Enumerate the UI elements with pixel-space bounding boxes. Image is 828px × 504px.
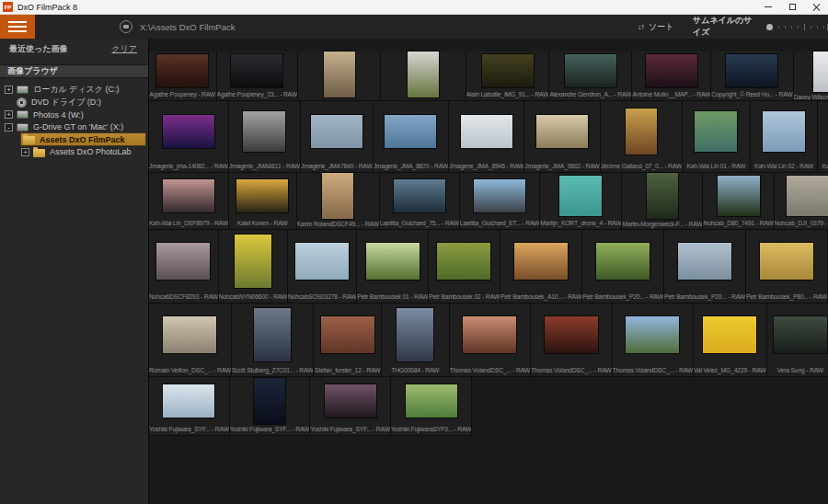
thumbnail-image[interactable] [163, 179, 214, 212]
image-cell[interactable]: Jmagerie_JMA_8870 - RAW [374, 101, 449, 173]
thumbnail-image[interactable] [236, 179, 288, 212]
thumbnail-image[interactable] [322, 173, 353, 219]
tree-item-dvd-drive-d[interactable]: DVD ドライブ (D:) [0, 97, 148, 109]
image-cell[interactable]: Romain Veillon_DSC_... - RAW [149, 304, 232, 377]
image-cell[interactable]: Jmagerie_JMA7840 - RAW [301, 101, 374, 173]
thumbnail-image[interactable] [646, 54, 697, 87]
image-cell[interactable]: Petr Bambousek_P20... - RAW [664, 230, 746, 304]
thumbnail-image[interactable] [565, 54, 616, 87]
thumbnail-image[interactable] [254, 308, 291, 361]
tree-item-local-disk-c[interactable]: + ローカル ディスク (C:) [0, 84, 148, 97]
image-cell[interactable]: Agathe Poupeney - RAW [149, 52, 217, 101]
maximize-button[interactable] [780, 0, 804, 14]
image-cell[interactable]: Jmagerie_JMA_8946 - RAW [449, 101, 524, 173]
tree-item-assets-dxo-photolab[interactable]: + Assets DxO PhotoLab [0, 146, 148, 159]
image-cell[interactable]: Antoine Mutin__MAP... - RAW [632, 52, 711, 101]
image-cell[interactable]: Yoshiki Fujiwara_SYF... - RAW [230, 377, 311, 436]
thumbnail-image[interactable] [366, 243, 420, 280]
image-cell[interactable]: Petr Bambousek_P20... - RAW [582, 230, 664, 304]
image-cell[interactable]: Martin-Morgenweck-F... - RAW [622, 173, 703, 230]
thumbnail-image[interactable] [474, 179, 525, 212]
thumbnail-image[interactable] [482, 54, 534, 87]
thumbnail-image[interactable] [254, 378, 285, 424]
thumbnail-image[interactable] [596, 243, 650, 280]
thumbnail-image[interactable] [324, 52, 355, 97]
image-cell[interactable]: Jmagerie_JMA_9862 - RAW [524, 101, 600, 173]
expand-icon[interactable]: + [21, 148, 29, 156]
image-cell[interactable]: NohcabNYN06600 - RAW [219, 230, 288, 304]
thumbnail-image[interactable] [545, 316, 598, 353]
image-cell[interactable]: AGPhotographieAAA_... - RAW [298, 52, 382, 101]
close-button[interactable] [804, 0, 828, 14]
thumbnail-image[interactable] [514, 243, 568, 280]
thumbnail-image[interactable] [774, 316, 827, 353]
image-cell[interactable]: Jmagerie_JMA6611 - RAW [229, 101, 301, 173]
image-cell[interactable]: Nohcab_DJI_0379 - RAW [775, 173, 828, 230]
tree-item-photos-4-w[interactable]: + Photos 4 (W:) [0, 109, 148, 121]
thumbnail-image[interactable] [718, 176, 760, 216]
tree-item-gdrive-x[interactable]: - G-Drive GT on 'Mac' (X:) [0, 121, 148, 134]
image-cell[interactable]: Copyright_© Reed Ho... - RAW [711, 52, 793, 101]
thumbnail-image[interactable] [626, 316, 679, 353]
thumbnail-image[interactable] [408, 52, 439, 97]
image-cell[interactable]: Thomas VolandDSC_... - RAW [531, 304, 612, 377]
image-cell[interactable]: Petr Bambousek_A10... - RAW [500, 230, 582, 304]
thumbnail-image[interactable] [394, 179, 445, 212]
image-cell[interactable]: Yoshiki FujiwaraSYF0... - RAW [391, 377, 472, 436]
thumbnail-image[interactable] [461, 115, 512, 148]
image-cell[interactable]: Yoshiki Fujiwara_SYF... - RAW [149, 377, 230, 436]
thumbnail-image[interactable] [726, 54, 777, 87]
image-cell[interactable]: Kalel Koven - RAW [229, 173, 297, 230]
image-cell[interactable]: NohcabSOS03278 - RAW [288, 230, 357, 304]
thumbnail-image[interactable] [813, 52, 828, 92]
image-cell[interactable]: Val Velez_MG_4229 - RAW [694, 304, 767, 377]
image-cell[interactable]: Kah-Wai Lin 01 - RAW [683, 101, 751, 173]
image-cell[interactable]: Petr Bambousek 01 - RAW [357, 230, 429, 304]
thumbnail-image[interactable] [678, 243, 731, 280]
thumbnail-image[interactable] [397, 308, 433, 361]
thumbnail-image[interactable] [156, 243, 210, 280]
image-cell[interactable]: Petr Bambousek_P80... - RAW [746, 230, 828, 304]
thumbnail-image[interactable] [163, 316, 216, 353]
image-cell[interactable]: Davey Wilsonwestern-... - RAW [794, 52, 828, 101]
image-cell[interactable]: Agathe Poupeney_23... - RAW [217, 52, 298, 101]
minimize-button[interactable] [756, 0, 780, 14]
image-cell[interactable]: Scott Stulberg_Z7C01... - RAW [232, 304, 314, 377]
thumbnail-image[interactable] [647, 173, 678, 219]
image-cell[interactable]: Laetitia_Guichard_ET... - RAW [460, 173, 541, 230]
image-cell[interactable]: Yoshiki Fujiwara_SYF... - RAW [310, 377, 391, 436]
thumbnail-image[interactable] [295, 243, 349, 280]
thumbnail-image[interactable] [311, 115, 362, 148]
image-cell[interactable]: Nohcab_D80_7491 - RAW [703, 173, 774, 230]
image-cell[interactable]: Kah-Wai Lin 02 - RAW [751, 101, 819, 173]
thumbnail-image[interactable] [385, 115, 436, 148]
thumbnail-image[interactable] [321, 316, 374, 353]
image-cell[interactable]: Alain Laboille_IMG_91... - RAW [466, 52, 550, 101]
image-cell[interactable]: Jérôme Galland_07_0... - RAW [601, 101, 684, 173]
image-cell[interactable]: Martijn_KORT_drone_4 - RAW [540, 173, 622, 230]
thumbnail-image[interactable] [787, 176, 828, 216]
clear-recent-link[interactable]: クリア [111, 43, 137, 55]
thumbnail-size-slider[interactable] [766, 23, 828, 31]
thumbnail-image[interactable] [243, 111, 285, 152]
image-cell[interactable]: Kah-Wai Lin_DSF8979 - RAW [149, 173, 229, 230]
thumbnail-image[interactable] [536, 115, 588, 148]
image-cell[interactable]: Petr Bambousek 02 - RAW [429, 230, 500, 304]
expand-icon[interactable]: + [5, 86, 13, 94]
collapse-icon[interactable]: - [5, 123, 13, 132]
menu-button[interactable] [0, 15, 35, 39]
image-cell[interactable]: NohcabDSCF8293 - RAW [149, 230, 219, 304]
image-cell[interactable]: Laetitia_Guichard_75... - RAW [380, 173, 460, 230]
thumbnail-image[interactable] [163, 115, 214, 148]
image-cell[interactable]: Jmagerie_jma-14082... - RAW [149, 101, 229, 173]
thumbnail-image[interactable] [235, 235, 271, 288]
thumbnail-image[interactable] [437, 243, 490, 280]
thumbnail-image[interactable] [463, 316, 516, 353]
image-cell[interactable]: Thomas VolandDSC_... - RAW [450, 304, 531, 377]
thumbnail-image[interactable] [231, 54, 282, 87]
image-cell[interactable]: Stefan_forster_12 - RAW [314, 304, 382, 377]
expand-icon[interactable]: + [5, 110, 13, 119]
thumbnail-image[interactable] [406, 384, 457, 418]
thumbnail-image[interactable] [703, 316, 756, 353]
thumbnail-image[interactable] [695, 111, 737, 152]
